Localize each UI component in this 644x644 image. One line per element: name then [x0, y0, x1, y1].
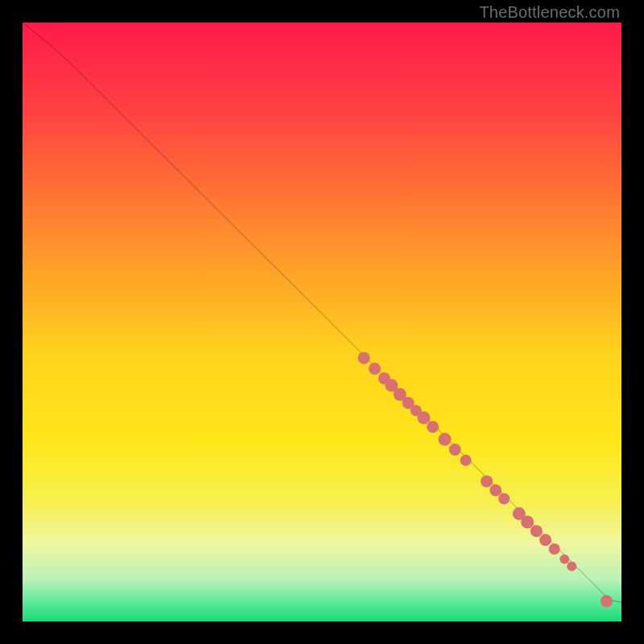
- data-marker: [498, 493, 510, 504]
- data-marker: [521, 515, 534, 528]
- data-marker: [601, 595, 613, 607]
- bottleneck-curve: [23, 23, 621, 602]
- plot-area: [23, 23, 621, 621]
- data-marker: [460, 455, 472, 466]
- data-marker: [549, 543, 560, 555]
- data-marker: [621, 596, 621, 609]
- data-marker: [559, 555, 569, 564]
- data-marker: [539, 534, 551, 546]
- data-marker: [358, 352, 370, 364]
- data-marker: [567, 562, 576, 572]
- data-marker: [427, 421, 439, 433]
- data-marker: [481, 475, 493, 487]
- watermark-label: TheBottleneck.com: [479, 3, 620, 22]
- chart-root: TheBottleneck.com: [0, 0, 644, 644]
- curve-layer: [23, 23, 621, 621]
- marker-group: [358, 352, 621, 609]
- data-marker: [530, 525, 543, 537]
- data-marker: [489, 485, 502, 497]
- data-marker: [369, 363, 381, 375]
- data-marker: [449, 444, 461, 456]
- data-marker: [417, 411, 430, 424]
- data-marker: [439, 433, 452, 446]
